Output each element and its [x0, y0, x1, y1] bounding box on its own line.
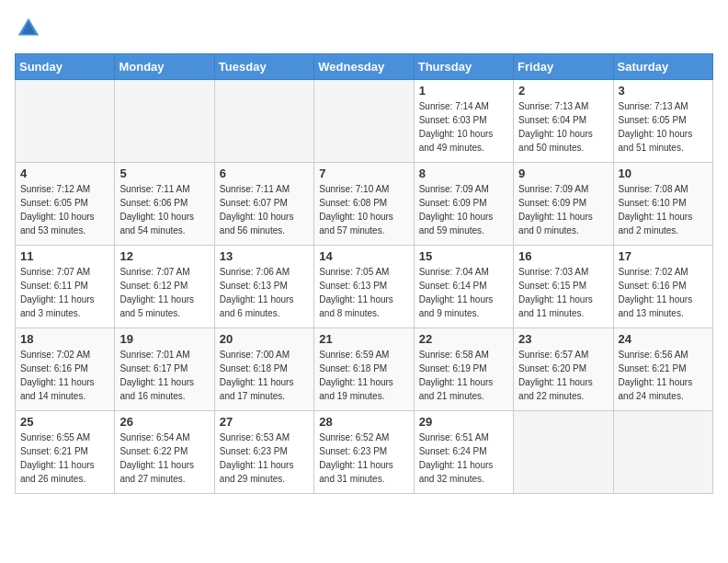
page-header — [15, 15, 713, 42]
day-info: Sunrise: 6:56 AM Sunset: 6:21 PM Dayligh… — [619, 348, 708, 403]
calendar-cell: 3Sunrise: 7:13 AM Sunset: 6:05 PM Daylig… — [613, 80, 712, 163]
calendar-cell: 10Sunrise: 7:08 AM Sunset: 6:10 PM Dayli… — [613, 163, 712, 246]
calendar-cell: 5Sunrise: 7:11 AM Sunset: 6:06 PM Daylig… — [115, 163, 214, 246]
day-number: 9 — [518, 167, 608, 180]
day-info: Sunrise: 6:59 AM Sunset: 6:18 PM Dayligh… — [319, 348, 408, 403]
day-info: Sunrise: 7:00 AM Sunset: 6:18 PM Dayligh… — [220, 348, 309, 403]
header-day-wednesday: Wednesday — [314, 54, 414, 80]
day-number: 11 — [20, 249, 109, 263]
day-number: 15 — [419, 249, 508, 263]
day-number: 18 — [20, 332, 109, 346]
day-number: 10 — [619, 167, 708, 180]
header-day-sunday: Sunday — [16, 54, 115, 80]
day-number: 29 — [419, 415, 508, 429]
day-info: Sunrise: 7:13 AM Sunset: 6:05 PM Dayligh… — [619, 99, 708, 155]
header-day-tuesday: Tuesday — [214, 54, 313, 80]
calendar-cell: 19Sunrise: 7:01 AM Sunset: 6:17 PM Dayli… — [115, 328, 214, 411]
day-info: Sunrise: 6:57 AM Sunset: 6:20 PM Dayligh… — [518, 348, 608, 403]
logo — [15, 15, 46, 42]
day-info: Sunrise: 6:54 AM Sunset: 6:22 PM Dayligh… — [119, 431, 209, 486]
day-info: Sunrise: 7:09 AM Sunset: 6:09 PM Dayligh… — [518, 182, 608, 237]
calendar-cell: 17Sunrise: 7:02 AM Sunset: 6:16 PM Dayli… — [613, 246, 712, 328]
day-number: 7 — [319, 167, 408, 180]
day-number: 6 — [220, 167, 309, 180]
week-row-3: 11Sunrise: 7:07 AM Sunset: 6:11 PM Dayli… — [16, 246, 713, 328]
day-info: Sunrise: 7:07 AM Sunset: 6:11 PM Dayligh… — [20, 265, 109, 320]
calendar-cell: 2Sunrise: 7:13 AM Sunset: 6:04 PM Daylig… — [514, 80, 613, 163]
week-row-1: 1Sunrise: 7:14 AM Sunset: 6:03 PM Daylig… — [16, 80, 713, 163]
calendar-cell: 21Sunrise: 6:59 AM Sunset: 6:18 PM Dayli… — [314, 328, 414, 411]
calendar-cell: 14Sunrise: 7:05 AM Sunset: 6:13 PM Dayli… — [314, 246, 414, 328]
calendar-table: SundayMondayTuesdayWednesdayThursdayFrid… — [15, 53, 713, 494]
day-number: 2 — [518, 84, 608, 98]
day-info: Sunrise: 7:12 AM Sunset: 6:05 PM Dayligh… — [20, 182, 109, 237]
day-info: Sunrise: 7:07 AM Sunset: 6:12 PM Dayligh… — [119, 265, 209, 320]
calendar-cell — [314, 80, 414, 163]
header-day-monday: Monday — [115, 54, 214, 80]
calendar-cell: 22Sunrise: 6:58 AM Sunset: 6:19 PM Dayli… — [414, 328, 513, 411]
calendar-cell: 13Sunrise: 7:06 AM Sunset: 6:13 PM Dayli… — [214, 246, 313, 328]
calendar-cell: 1Sunrise: 7:14 AM Sunset: 6:03 PM Daylig… — [414, 80, 513, 163]
calendar-cell — [514, 411, 613, 494]
day-info: Sunrise: 7:06 AM Sunset: 6:13 PM Dayligh… — [220, 265, 309, 320]
header-row: SundayMondayTuesdayWednesdayThursdayFrid… — [16, 54, 713, 80]
day-info: Sunrise: 7:04 AM Sunset: 6:14 PM Dayligh… — [419, 265, 508, 320]
day-info: Sunrise: 7:14 AM Sunset: 6:03 PM Dayligh… — [419, 99, 508, 155]
calendar-cell — [115, 80, 214, 163]
calendar-header: SundayMondayTuesdayWednesdayThursdayFrid… — [16, 54, 713, 80]
day-number: 13 — [220, 249, 309, 263]
day-info: Sunrise: 6:55 AM Sunset: 6:21 PM Dayligh… — [20, 431, 109, 486]
day-number: 3 — [619, 84, 708, 98]
header-day-friday: Friday — [514, 54, 613, 80]
day-info: Sunrise: 7:03 AM Sunset: 6:15 PM Dayligh… — [518, 265, 608, 320]
calendar-cell: 4Sunrise: 7:12 AM Sunset: 6:05 PM Daylig… — [16, 163, 115, 246]
day-info: Sunrise: 6:51 AM Sunset: 6:24 PM Dayligh… — [419, 431, 508, 486]
calendar-cell: 18Sunrise: 7:02 AM Sunset: 6:16 PM Dayli… — [16, 328, 115, 411]
day-info: Sunrise: 7:05 AM Sunset: 6:13 PM Dayligh… — [319, 265, 408, 320]
day-number: 4 — [20, 167, 109, 180]
logo-icon — [15, 15, 42, 42]
day-number: 26 — [119, 415, 209, 429]
week-row-4: 18Sunrise: 7:02 AM Sunset: 6:16 PM Dayli… — [16, 328, 713, 411]
calendar-cell — [613, 411, 712, 494]
day-info: Sunrise: 7:01 AM Sunset: 6:17 PM Dayligh… — [119, 348, 209, 403]
calendar-cell: 15Sunrise: 7:04 AM Sunset: 6:14 PM Dayli… — [414, 246, 513, 328]
day-info: Sunrise: 7:02 AM Sunset: 6:16 PM Dayligh… — [619, 265, 708, 320]
header-day-saturday: Saturday — [613, 54, 712, 80]
day-number: 12 — [119, 249, 209, 263]
day-info: Sunrise: 6:53 AM Sunset: 6:23 PM Dayligh… — [220, 431, 309, 486]
calendar-cell — [214, 80, 313, 163]
day-number: 28 — [319, 415, 408, 429]
day-info: Sunrise: 7:10 AM Sunset: 6:08 PM Dayligh… — [319, 182, 408, 237]
day-number: 23 — [518, 332, 608, 346]
day-number: 16 — [518, 249, 608, 263]
day-info: Sunrise: 7:11 AM Sunset: 6:06 PM Dayligh… — [119, 182, 209, 237]
week-row-5: 25Sunrise: 6:55 AM Sunset: 6:21 PM Dayli… — [16, 411, 713, 494]
calendar-cell: 9Sunrise: 7:09 AM Sunset: 6:09 PM Daylig… — [514, 163, 613, 246]
week-row-2: 4Sunrise: 7:12 AM Sunset: 6:05 PM Daylig… — [16, 163, 713, 246]
calendar-cell: 8Sunrise: 7:09 AM Sunset: 6:09 PM Daylig… — [414, 163, 513, 246]
day-number: 20 — [220, 332, 309, 346]
day-number: 24 — [619, 332, 708, 346]
day-info: Sunrise: 6:58 AM Sunset: 6:19 PM Dayligh… — [419, 348, 508, 403]
day-number: 17 — [619, 249, 708, 263]
calendar-cell: 27Sunrise: 6:53 AM Sunset: 6:23 PM Dayli… — [214, 411, 313, 494]
calendar-cell: 23Sunrise: 6:57 AM Sunset: 6:20 PM Dayli… — [514, 328, 613, 411]
day-info: Sunrise: 7:09 AM Sunset: 6:09 PM Dayligh… — [419, 182, 508, 237]
day-number: 19 — [119, 332, 209, 346]
calendar-cell: 25Sunrise: 6:55 AM Sunset: 6:21 PM Dayli… — [16, 411, 115, 494]
calendar-cell: 6Sunrise: 7:11 AM Sunset: 6:07 PM Daylig… — [214, 163, 313, 246]
day-number: 21 — [319, 332, 408, 346]
calendar-cell: 26Sunrise: 6:54 AM Sunset: 6:22 PM Dayli… — [115, 411, 214, 494]
day-info: Sunrise: 7:02 AM Sunset: 6:16 PM Dayligh… — [20, 348, 109, 403]
calendar-cell: 11Sunrise: 7:07 AM Sunset: 6:11 PM Dayli… — [16, 246, 115, 328]
day-info: Sunrise: 7:13 AM Sunset: 6:04 PM Dayligh… — [518, 99, 608, 155]
header-day-thursday: Thursday — [414, 54, 513, 80]
day-number: 1 — [419, 84, 508, 98]
calendar-cell: 16Sunrise: 7:03 AM Sunset: 6:15 PM Dayli… — [514, 246, 613, 328]
calendar-cell: 28Sunrise: 6:52 AM Sunset: 6:23 PM Dayli… — [314, 411, 414, 494]
calendar-cell — [16, 80, 115, 163]
day-number: 5 — [119, 167, 209, 180]
day-number: 8 — [419, 167, 508, 180]
calendar-cell: 7Sunrise: 7:10 AM Sunset: 6:08 PM Daylig… — [314, 163, 414, 246]
